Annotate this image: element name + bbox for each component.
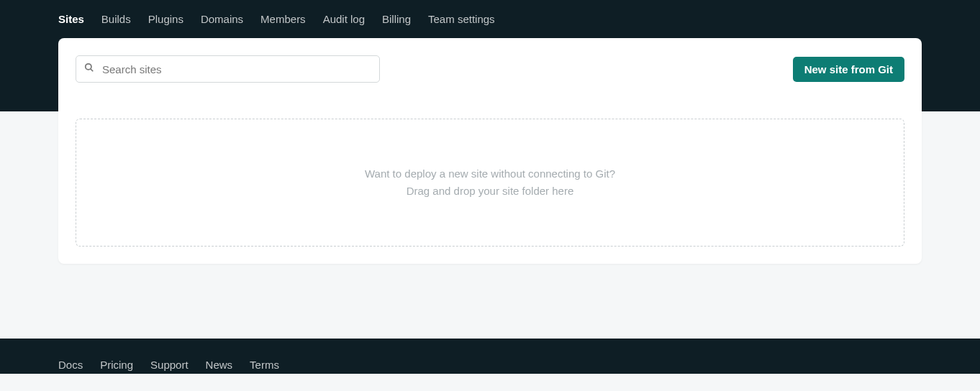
footer-link-support[interactable]: Support	[150, 359, 189, 371]
footer-links: Docs Pricing Support News Terms	[58, 359, 922, 371]
tab-sites[interactable]: Sites	[58, 0, 84, 38]
content-area: New site from Git Want to deploy a new s…	[58, 38, 922, 264]
nav-tabs: Sites Builds Plugins Domains Members Aud…	[58, 0, 922, 38]
sites-card: New site from Git Want to deploy a new s…	[58, 38, 922, 264]
tab-team-settings[interactable]: Team settings	[428, 0, 495, 38]
tab-builds[interactable]: Builds	[101, 0, 131, 38]
footer: Docs Pricing Support News Terms	[0, 339, 980, 374]
tab-billing[interactable]: Billing	[382, 0, 411, 38]
footer-link-docs[interactable]: Docs	[58, 359, 83, 371]
search-wrapper	[76, 55, 380, 83]
dropzone-text-line1: Want to deploy a new site without connec…	[91, 165, 889, 183]
tab-domains[interactable]: Domains	[201, 0, 243, 38]
tab-members[interactable]: Members	[260, 0, 306, 38]
new-site-from-git-button[interactable]: New site from Git	[793, 57, 904, 82]
header-nav: Sites Builds Plugins Domains Members Aud…	[0, 0, 980, 38]
footer-link-pricing[interactable]: Pricing	[100, 359, 133, 371]
dropzone-text-line2: Drag and drop your site folder here	[91, 183, 889, 200]
footer-link-news[interactable]: News	[206, 359, 233, 371]
card-toolbar: New site from Git	[76, 55, 904, 83]
search-input[interactable]	[76, 55, 380, 83]
deploy-dropzone[interactable]: Want to deploy a new site without connec…	[76, 119, 904, 247]
footer-link-terms[interactable]: Terms	[250, 359, 279, 371]
tab-plugins[interactable]: Plugins	[148, 0, 183, 38]
tab-audit-log[interactable]: Audit log	[323, 0, 365, 38]
